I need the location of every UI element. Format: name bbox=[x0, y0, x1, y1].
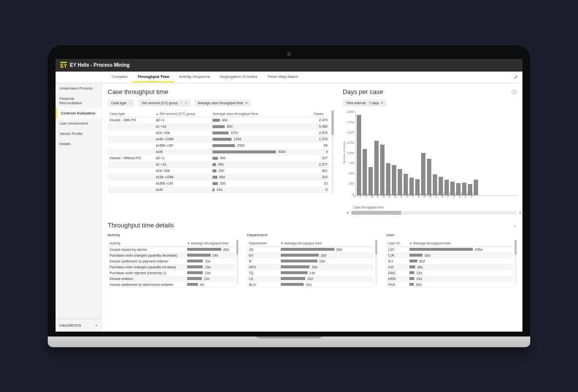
col-inv-group[interactable]: INV amount (CY) group bbox=[154, 111, 211, 117]
department-heading: Department bbox=[247, 233, 378, 237]
throughput-table: Case type INV amount (CY) group Average … bbox=[108, 111, 329, 193]
col-cases[interactable]: Cases bbox=[312, 111, 330, 117]
table-row[interactable]: a10k <100k129d1,376 bbox=[108, 136, 329, 142]
col-activity[interactable]: Activity bbox=[108, 240, 185, 247]
chart-bar[interactable] bbox=[409, 178, 414, 195]
chart-bar[interactable] bbox=[427, 159, 431, 195]
table-row[interactable]: TQ14d bbox=[247, 270, 374, 276]
col-user-id[interactable]: User ID bbox=[386, 240, 407, 247]
tab-compare[interactable]: Compare bbox=[107, 72, 133, 82]
case-throughput-panel: Case throughput time Case type− INV amou… bbox=[108, 88, 334, 215]
chart-bar[interactable] bbox=[374, 141, 379, 195]
chart-bar[interactable] bbox=[368, 167, 373, 195]
chevron-down-icon[interactable]: ⌄ bbox=[513, 223, 517, 228]
table-row[interactable]: Purchase order changed (quantity decreas… bbox=[108, 252, 235, 258]
table-row[interactable]: APG15d bbox=[247, 264, 374, 270]
table-row[interactable]: XD28d bbox=[247, 246, 374, 252]
table-row[interactable]: ALG12d bbox=[247, 281, 374, 287]
tab-three-way-match[interactable]: Three-Way-Match bbox=[262, 72, 303, 82]
table-row[interactable]: FKN20d bbox=[386, 281, 513, 287]
department-table: Department Average throughput time XD28d… bbox=[247, 240, 374, 288]
sidebar-item-details[interactable]: Details bbox=[56, 139, 101, 149]
col-avg-tp[interactable]: Average throughput time bbox=[407, 240, 513, 247]
plus-icon[interactable]: + bbox=[95, 323, 97, 328]
chart-bar[interactable] bbox=[357, 115, 361, 195]
chart-bar[interactable] bbox=[386, 163, 390, 195]
details-title: Throughput time details bbox=[108, 222, 174, 229]
arrow-left-icon: ◂ bbox=[347, 210, 348, 215]
table-row[interactable]: IF19d bbox=[247, 258, 374, 264]
table-row[interactable]: a1M434d4 bbox=[108, 149, 329, 155]
table-row[interactable]: a1 <1k82d5,402 bbox=[108, 123, 329, 130]
arrow-right-icon: ▸ bbox=[520, 210, 521, 215]
chart-bar[interactable] bbox=[421, 153, 425, 195]
chart-bar[interactable] bbox=[392, 165, 396, 195]
x-axis-label: Case throughput time bbox=[353, 205, 517, 209]
info-icon[interactable]: i bbox=[512, 90, 517, 94]
table-row[interactable]: a1k <10k107d2,679 bbox=[108, 130, 329, 136]
chart-bar[interactable] bbox=[398, 169, 402, 195]
chart-bar[interactable] bbox=[433, 174, 437, 195]
table-row[interactable]: Invoice issued by vendor28d bbox=[108, 246, 235, 252]
chart-bar[interactable] bbox=[404, 174, 408, 195]
table-row[interactable]: Invoice - With POa0 <146d2,479 bbox=[108, 117, 329, 123]
plus-icon: + bbox=[185, 101, 187, 105]
vertical-scrollbar[interactable] bbox=[515, 240, 517, 285]
table-row[interactable]: Invoice settlement by payment entered13d bbox=[108, 258, 235, 264]
table-row[interactable]: a1M14d5 bbox=[108, 187, 329, 193]
horizontal-scrollbar[interactable]: ◂ ▸ bbox=[351, 211, 517, 215]
table-row[interactable]: a10k <100k30d314 bbox=[108, 174, 329, 180]
sidebar-item-vendor-profile[interactable]: Vendor Profile bbox=[56, 129, 101, 139]
col-avg-tp[interactable]: Average throughput time bbox=[185, 240, 235, 247]
activity-table: Activity Average throughput time Invoice… bbox=[108, 240, 235, 288]
pill-case-type[interactable]: Case type− bbox=[108, 99, 135, 107]
vertical-scrollbar[interactable] bbox=[236, 240, 238, 285]
sidebar-item-user-involvement[interactable]: User Involvement bbox=[56, 118, 101, 129]
chart-bar[interactable] bbox=[380, 145, 385, 195]
sidebar-item-understand-process[interactable]: Understand Process bbox=[56, 83, 101, 93]
pill-measure[interactable]: Average case throughput time▾ bbox=[194, 99, 251, 107]
table-row[interactable]: a1 <1k20d2,377 bbox=[108, 161, 329, 168]
table-row[interactable]: LDY295d bbox=[386, 246, 513, 252]
table-row[interactable]: Invoice entered12d bbox=[108, 276, 235, 281]
table-row[interactable]: Invoice - Without POa0 <134d317 bbox=[108, 155, 329, 161]
vertical-scrollbar[interactable] bbox=[331, 111, 334, 193]
vertical-scrollbar[interactable] bbox=[375, 240, 377, 285]
table-row[interactable]: EV20d bbox=[247, 252, 374, 258]
app-title: EY Helix - Process Mining bbox=[70, 62, 130, 68]
table-row[interactable]: LD13d bbox=[247, 276, 374, 281]
tab-activity-sequence[interactable]: Activity Sequence bbox=[174, 72, 215, 82]
favorites-section[interactable]: FAVORITES + bbox=[56, 319, 101, 332]
col-case-type[interactable]: Case type bbox=[108, 111, 154, 117]
activity-heading: Activity bbox=[108, 233, 238, 237]
user-heading: User bbox=[386, 233, 517, 237]
table-row[interactable]: DMZ23d bbox=[386, 270, 513, 276]
col-department[interactable]: Department bbox=[247, 240, 279, 247]
table-row[interactable]: a100k <1M33d23 bbox=[108, 180, 329, 187]
chart-bar[interactable] bbox=[363, 149, 367, 195]
col-avg-tp[interactable]: Average case throughput time bbox=[211, 111, 311, 117]
tab-throughput-time[interactable]: Throughput Time bbox=[133, 72, 174, 82]
table-row[interactable]: a100k <1M150d89 bbox=[108, 142, 329, 149]
table-row[interactable]: Invoice settlement by debit memo entered… bbox=[108, 281, 235, 287]
days-per-case-title: Days per case bbox=[343, 88, 517, 95]
sidebar: Understand ProcessFinancial Reconciliati… bbox=[56, 83, 102, 332]
table-row[interactable]: IUX28d bbox=[386, 264, 513, 270]
tab-segregation-of-duties[interactable]: Segregation of Duties bbox=[215, 72, 262, 82]
laptop-frame: EY EY Helix - Process Mining CompareThro… bbox=[48, 45, 530, 347]
col-avg-tp[interactable]: Average throughput time bbox=[279, 240, 374, 247]
table-row[interactable]: CJK62d bbox=[386, 252, 513, 258]
pill-inv-group[interactable]: INV amount (CY) group−+ bbox=[138, 99, 191, 107]
expand-icon[interactable]: ⤢ bbox=[514, 75, 518, 80]
sidebar-item-controls-evaluation[interactable]: Controls Evaluation bbox=[56, 108, 101, 118]
table-row[interactable]: HRN23d bbox=[386, 276, 513, 281]
x-axis-ticks: 7d14d21d28d35d42d49d56d63d70d77d84d91d98… bbox=[343, 197, 517, 200]
table-row[interactable]: IFJ35d bbox=[386, 258, 513, 264]
table-row[interactable]: a1k <10k25d601 bbox=[108, 168, 329, 174]
table-row[interactable]: Purchase order changed (quantity increas… bbox=[108, 264, 235, 270]
sidebar-item-financial-reconciliation[interactable]: Financial Reconciliation bbox=[56, 93, 101, 108]
minus-icon: − bbox=[180, 101, 182, 105]
table-row[interactable]: Purchase order rejected (hierarchy 1)13d bbox=[108, 270, 235, 276]
details-user-panel: User User ID Average throughput time LDY… bbox=[386, 233, 517, 288]
pill-time-interval[interactable]: Time interval: 7 days ▾ bbox=[343, 99, 386, 107]
